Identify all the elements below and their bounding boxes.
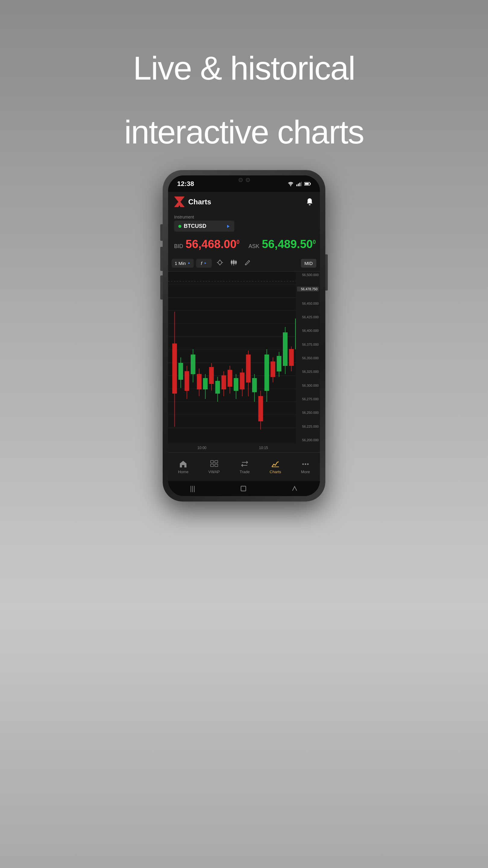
nav-label-trade: Trade <box>240 470 250 474</box>
ask-section: ASK 56,489.500 <box>249 238 316 251</box>
draw-button[interactable] <box>242 257 253 269</box>
nav-item-trade[interactable]: Trade <box>240 460 250 474</box>
instrument-status-dot <box>178 225 181 228</box>
y-label-56225: 56,225.000 <box>297 425 319 428</box>
chart-toolbar: 1 Min f <box>168 255 320 272</box>
svg-rect-73 <box>277 356 281 371</box>
nav-label-charts: Charts <box>270 470 281 474</box>
recents-gesture[interactable] <box>291 485 298 492</box>
svg-rect-47 <box>197 374 201 390</box>
nav-item-more[interactable]: More <box>301 460 310 474</box>
svg-rect-2 <box>298 184 299 186</box>
timeframe-button[interactable]: 1 Min <box>172 259 194 268</box>
more-icon <box>301 460 310 468</box>
back-gesture[interactable]: ||| <box>190 485 195 493</box>
svg-marker-10 <box>227 225 230 228</box>
headline-line1: Live & historical <box>124 48 364 88</box>
timeframe-arrow-icon <box>188 261 191 265</box>
chart-area[interactable]: 56,500.000 56,478.750 56,450.000 56,425.… <box>168 272 320 443</box>
svg-rect-41 <box>178 363 183 379</box>
status-time: 12:38 <box>177 180 194 188</box>
gesture-bar: ||| <box>168 481 320 496</box>
bid-superscript: 0 <box>236 239 239 245</box>
nav-item-vwap[interactable]: VWAP <box>208 460 220 474</box>
app-header: Charts <box>168 192 320 212</box>
instrument-selector[interactable]: BTCUSD <box>174 221 234 232</box>
notch <box>220 176 268 184</box>
headline: Live & historical interactive charts <box>124 24 364 152</box>
bixby-button[interactable] <box>160 276 163 300</box>
instrument-name: BTCUSD <box>184 223 226 229</box>
svg-rect-67 <box>258 396 263 421</box>
svg-rect-43 <box>185 371 189 391</box>
chart-type-button[interactable] <box>228 257 239 269</box>
crosshair-icon <box>217 259 223 266</box>
y-label-56200: 56,200.000 <box>297 438 319 442</box>
svg-rect-45 <box>191 355 195 374</box>
x-label-1000: 10:00 <box>197 446 206 450</box>
y-label-56500: 56,500.000 <box>297 273 319 277</box>
app-logo <box>174 196 185 207</box>
svg-rect-21 <box>233 261 234 264</box>
svg-rect-57 <box>228 370 232 386</box>
power-button[interactable] <box>325 254 328 290</box>
y-label-56325: 56,325.000 <box>297 370 319 373</box>
svg-rect-49 <box>203 378 207 390</box>
volume-up-button[interactable] <box>160 224 163 241</box>
svg-rect-69 <box>264 355 269 391</box>
y-label-56450: 56,450.000 <box>297 302 319 305</box>
svg-point-90 <box>305 463 306 465</box>
mid-button[interactable]: MID <box>301 259 317 268</box>
svg-rect-1 <box>296 184 297 186</box>
home-icon <box>179 460 187 468</box>
phone-outer: 12:38 <box>163 170 325 501</box>
price-bar: BID 56,468.000 ASK 56,489.500 <box>168 235 320 255</box>
func-arrow-icon <box>204 261 207 265</box>
instrument-arrow-icon <box>226 224 230 228</box>
function-button[interactable]: f <box>196 259 212 268</box>
svg-rect-63 <box>246 355 250 382</box>
svg-marker-12 <box>204 262 206 264</box>
instrument-bar: Instrument BTCUSD <box>168 212 320 235</box>
nav-label-home: Home <box>178 470 189 474</box>
trade-icon <box>240 460 249 468</box>
svg-rect-84 <box>210 461 214 463</box>
wifi-icon <box>287 181 294 186</box>
svg-rect-85 <box>215 461 218 463</box>
svg-rect-53 <box>216 381 220 393</box>
battery-icon <box>304 182 311 186</box>
svg-point-13 <box>218 261 222 264</box>
y-label-56375: 56,375.000 <box>297 343 319 346</box>
crosshair-button[interactable] <box>214 257 226 269</box>
vwap-icon <box>210 460 218 468</box>
y-label-56300: 56,300.000 <box>297 384 319 387</box>
svg-rect-4 <box>301 182 302 186</box>
phone-device: 12:38 <box>163 170 325 501</box>
signal-icon <box>296 181 302 186</box>
y-label-56350: 56,350.000 <box>297 356 319 360</box>
nav-item-charts[interactable]: Charts <box>270 460 281 474</box>
nav-label-vwap: VWAP <box>208 470 220 474</box>
candlestick-icon <box>230 259 237 266</box>
volume-down-button[interactable] <box>160 247 163 271</box>
svg-rect-59 <box>234 378 238 391</box>
instrument-label: Instrument <box>174 215 314 219</box>
svg-rect-92 <box>241 486 246 491</box>
camera-dot <box>238 178 243 182</box>
y-label-56425: 56,425.000 <box>297 315 319 319</box>
ask-price: 56,489.500 <box>262 238 316 251</box>
svg-point-91 <box>307 463 309 465</box>
bottom-nav: Home VWAP Trade <box>168 453 320 481</box>
charts-icon <box>271 460 280 468</box>
x-axis: 10:00 10:15 <box>168 443 320 453</box>
bid-label: BID <box>174 243 183 250</box>
bell-icon[interactable] <box>305 198 314 206</box>
nav-item-home[interactable]: Home <box>178 460 189 474</box>
svg-rect-39 <box>172 344 176 393</box>
svg-point-0 <box>290 185 291 186</box>
svg-rect-6 <box>305 183 309 185</box>
svg-rect-88 <box>272 467 279 467</box>
svg-rect-61 <box>240 373 244 390</box>
camera-area <box>238 178 250 182</box>
home-gesture[interactable] <box>239 484 248 493</box>
